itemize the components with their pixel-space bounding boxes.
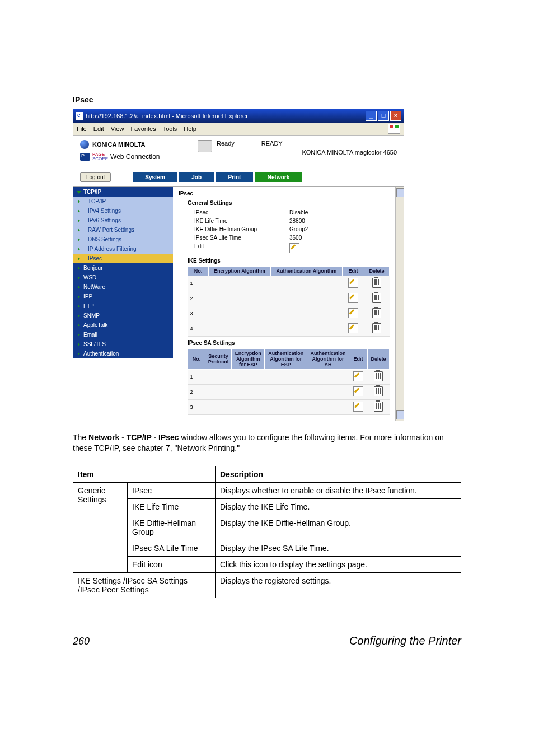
nav-authentication[interactable]: Authentication [73, 349, 173, 358]
description-paragraph: The Network - TCP/IP - IPsec window allo… [73, 432, 461, 454]
edit-pencil-icon[interactable] [289, 243, 299, 253]
sa-settings-heading: IPsec SA Settings [188, 340, 390, 346]
gs-ikelife-value: 28800 [289, 218, 305, 224]
nav-tcpip[interactable]: TCP/IP [73, 197, 173, 206]
sa-col-delete: Delete [368, 349, 390, 370]
nav-bonjour[interactable]: Bonjour [73, 263, 173, 273]
delete-icon[interactable] [372, 308, 381, 318]
nav-rawport[interactable]: RAW Port Settings [73, 225, 173, 235]
nav-ipv4[interactable]: IPv4 Settings [73, 206, 173, 216]
page-footer: 260 Configuring the Printer [73, 632, 461, 647]
menu-edit[interactable]: Edit [93, 125, 104, 132]
windows-logo-icon [388, 124, 400, 134]
vertical-scrollbar[interactable] [395, 187, 404, 421]
cell-ikelife: IKE Life Time [128, 498, 216, 515]
nav-wsd[interactable]: WSD [73, 273, 173, 282]
cell-ikedh: IKE Diffie-Hellman Group [128, 515, 216, 540]
nav-ipfilter[interactable]: IP Address Filtering [73, 244, 173, 254]
scroll-up-arrow-icon[interactable] [396, 188, 404, 197]
tab-print[interactable]: Print [216, 172, 254, 182]
menu-file[interactable]: File [77, 125, 87, 132]
printer-icon [198, 140, 212, 152]
edit-icon[interactable] [348, 278, 358, 288]
side-nav: TCP/IP TCP/IP IPv4 Settings IPv6 Setting… [73, 187, 173, 421]
delete-icon[interactable] [372, 293, 381, 303]
nav-dns[interactable]: DNS Settings [73, 235, 173, 244]
menu-favorites[interactable]: Favorites [130, 125, 156, 132]
gs-ikedh-value: Group2 [289, 226, 308, 232]
edit-icon[interactable] [348, 323, 358, 333]
nav-ipv6[interactable]: IPv6 Settings [73, 216, 173, 225]
sa-row: 2 [188, 385, 390, 400]
ike-col-enc: Encryption Algorithm [209, 267, 271, 276]
tab-system[interactable]: System [133, 172, 177, 182]
status-ready-big: READY [261, 140, 283, 147]
sa-col-no: No. [188, 349, 205, 370]
delete-icon[interactable] [372, 278, 381, 288]
delete-icon[interactable] [374, 386, 383, 396]
ike-col-edit: Edit [343, 267, 364, 276]
ike-settings-table: No. Encryption Algorithm Authentication … [188, 266, 390, 337]
edit-icon[interactable] [348, 308, 358, 318]
cell-ikelife-desc: Display the IKE Life Time. [216, 498, 461, 515]
nav-appletalk[interactable]: AppleTalk [73, 320, 173, 330]
sa-settings-table: No. Security Protocol Encryption Algorit… [188, 348, 390, 415]
gs-ikedh-label: IKE Diffie-Hellman Group [194, 226, 289, 232]
ie-window: http://192.168.1.2/a_index.html - Micros… [73, 109, 404, 421]
nav-ipsec[interactable]: IPsec [73, 254, 173, 263]
minimize-button[interactable]: _ [366, 111, 377, 121]
delete-icon[interactable] [372, 323, 381, 333]
nav-ipp[interactable]: IPP [73, 292, 173, 301]
sa-col-edit: Edit [349, 349, 368, 370]
printer-model: KONICA MINOLTA magicolor 4650 [302, 140, 397, 156]
tab-job[interactable]: Job [179, 172, 214, 182]
gs-salife-value: 3600 [289, 235, 302, 241]
logout-button[interactable]: Log out [80, 172, 111, 182]
cell-salife: IPsec SA Life Time [128, 540, 216, 556]
edit-icon[interactable] [348, 293, 358, 303]
nav-ssltls[interactable]: SSL/TLS [73, 339, 173, 349]
pagescope-logo-icon [80, 153, 90, 161]
sa-row: 1 [188, 370, 390, 385]
section-heading: IPsec [73, 95, 461, 104]
menu-view[interactable]: View [111, 125, 124, 132]
web-connection-label: Web Connection [110, 153, 160, 161]
edit-icon[interactable] [353, 386, 363, 396]
nav-email[interactable]: Email [73, 330, 173, 339]
nav-tcpip-group[interactable]: TCP/IP [73, 187, 173, 197]
edit-icon[interactable] [353, 371, 363, 381]
nav-snmp[interactable]: SNMP [73, 311, 173, 320]
ike-row: 4 [188, 321, 390, 337]
gs-edit-label: Edit [194, 243, 289, 253]
col-item: Item [73, 466, 216, 482]
cell-generic-settings: Generic Settings [73, 482, 128, 572]
sa-col-authesp: Authentication Algorithm for ESP [265, 349, 307, 370]
ike-settings-heading: IKE Settings [188, 258, 390, 264]
maximize-button[interactable]: □ [378, 111, 389, 121]
nav-ftp[interactable]: FTP [73, 301, 173, 311]
delete-icon[interactable] [374, 371, 383, 381]
menu-help[interactable]: Help [184, 125, 196, 132]
footer-title: Configuring the Printer [349, 634, 461, 647]
content-title: IPsec [179, 190, 390, 197]
pagescope-scope: SCOPE [92, 156, 108, 161]
tab-network[interactable]: Network [255, 172, 302, 182]
menu-bar: File Edit View Favorites Tools Help [73, 123, 404, 136]
status-ready-small: Ready [217, 140, 235, 147]
sa-col-secproto: Security Protocol [205, 349, 232, 370]
gs-salife-label: IPsec SA Life Time [194, 235, 289, 241]
menu-tools[interactable]: Tools [163, 125, 177, 132]
ie-icon [76, 112, 83, 120]
nav-netware[interactable]: NetWare [73, 282, 173, 292]
sa-row: 3 [188, 400, 390, 415]
edit-icon[interactable] [353, 402, 363, 412]
description-table: Item Description Generic Settings IPsec … [73, 466, 461, 598]
scroll-down-arrow-icon[interactable] [396, 410, 404, 419]
gs-ipsec-value: Disable [289, 209, 308, 216]
page-number: 260 [73, 636, 90, 647]
cell-ipsec: IPsec [128, 482, 216, 498]
ike-col-no: No. [188, 267, 209, 276]
close-button[interactable]: × [390, 111, 401, 121]
sa-col-authah: Authentication Algorithm for AH [307, 349, 349, 370]
delete-icon[interactable] [374, 402, 383, 412]
